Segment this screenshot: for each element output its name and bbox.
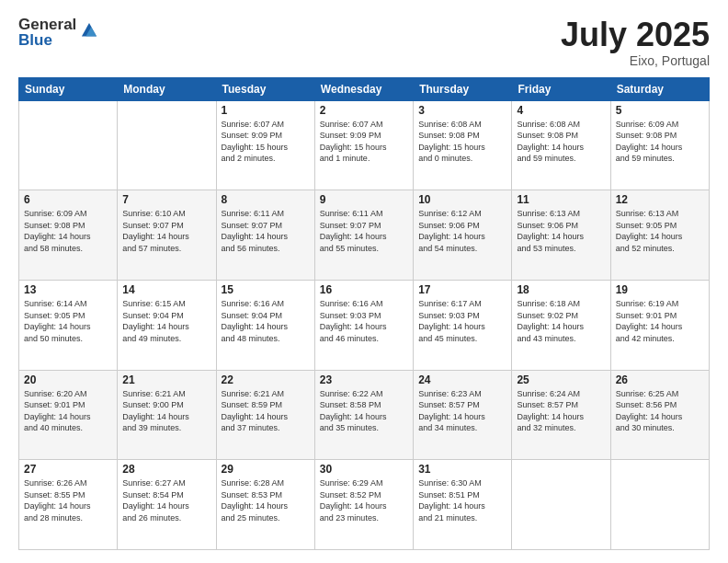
table-row: 28Sunrise: 6:27 AM Sunset: 8:54 PM Dayli… (118, 460, 216, 550)
calendar-header-row: Sunday Monday Tuesday Wednesday Thursday… (19, 77, 710, 100)
table-row: 6Sunrise: 6:09 AM Sunset: 9:08 PM Daylig… (19, 190, 118, 281)
table-row: 29Sunrise: 6:28 AM Sunset: 8:53 PM Dayli… (216, 460, 314, 550)
table-row: 7Sunrise: 6:10 AM Sunset: 9:07 PM Daylig… (118, 190, 216, 281)
calendar-week-3: 13Sunrise: 6:14 AM Sunset: 9:05 PM Dayli… (19, 280, 710, 370)
day-number: 2 (320, 104, 408, 117)
col-wednesday: Wednesday (314, 77, 413, 100)
day-number: 6 (24, 193, 112, 206)
table-row: 15Sunrise: 6:16 AM Sunset: 9:04 PM Dayli… (216, 280, 314, 370)
calendar-week-5: 27Sunrise: 6:26 AM Sunset: 8:55 PM Dayli… (19, 460, 710, 550)
day-info: Sunrise: 6:30 AM Sunset: 8:51 PM Dayligh… (418, 477, 506, 523)
day-number: 4 (517, 104, 605, 117)
table-row: 22Sunrise: 6:21 AM Sunset: 8:59 PM Dayli… (216, 370, 314, 460)
logo: General Blue (18, 17, 99, 48)
title-section: July 2025 Eixo, Portugal (561, 17, 710, 68)
table-row: 13Sunrise: 6:14 AM Sunset: 9:05 PM Dayli… (19, 280, 118, 370)
table-row: 19Sunrise: 6:19 AM Sunset: 9:01 PM Dayli… (610, 280, 709, 370)
table-row: 9Sunrise: 6:11 AM Sunset: 9:07 PM Daylig… (314, 190, 413, 281)
table-row: 5Sunrise: 6:09 AM Sunset: 9:08 PM Daylig… (610, 100, 709, 190)
day-info: Sunrise: 6:13 AM Sunset: 9:05 PM Dayligh… (616, 208, 704, 254)
day-number: 27 (24, 463, 112, 476)
calendar: Sunday Monday Tuesday Wednesday Thursday… (18, 77, 710, 550)
day-number: 26 (616, 373, 704, 386)
day-number: 23 (320, 373, 408, 386)
day-info: Sunrise: 6:24 AM Sunset: 8:57 PM Dayligh… (517, 388, 605, 434)
table-row: 2Sunrise: 6:07 AM Sunset: 9:09 PM Daylig… (314, 100, 413, 190)
logo-blue: Blue (18, 32, 76, 48)
logo-text: General Blue (18, 17, 76, 48)
calendar-week-4: 20Sunrise: 6:20 AM Sunset: 9:01 PM Dayli… (19, 370, 710, 460)
day-number: 1 (222, 104, 310, 117)
day-info: Sunrise: 6:23 AM Sunset: 8:57 PM Dayligh… (418, 388, 506, 434)
day-info: Sunrise: 6:12 AM Sunset: 9:06 PM Dayligh… (418, 208, 506, 254)
table-row (610, 460, 709, 550)
table-row: 8Sunrise: 6:11 AM Sunset: 9:07 PM Daylig… (216, 190, 314, 281)
day-number: 22 (222, 373, 310, 386)
table-row: 21Sunrise: 6:21 AM Sunset: 9:00 PM Dayli… (118, 370, 216, 460)
day-info: Sunrise: 6:25 AM Sunset: 8:56 PM Dayligh… (616, 388, 704, 434)
table-row: 27Sunrise: 6:26 AM Sunset: 8:55 PM Dayli… (19, 460, 118, 550)
day-info: Sunrise: 6:20 AM Sunset: 9:01 PM Dayligh… (24, 388, 112, 434)
table-row: 23Sunrise: 6:22 AM Sunset: 8:58 PM Dayli… (314, 370, 413, 460)
day-info: Sunrise: 6:18 AM Sunset: 9:02 PM Dayligh… (517, 298, 605, 344)
day-number: 20 (24, 373, 112, 386)
table-row: 25Sunrise: 6:24 AM Sunset: 8:57 PM Dayli… (512, 370, 610, 460)
day-number: 9 (320, 193, 408, 206)
day-number: 10 (418, 193, 506, 206)
table-row: 1Sunrise: 6:07 AM Sunset: 9:09 PM Daylig… (216, 100, 314, 190)
col-thursday: Thursday (414, 77, 512, 100)
day-info: Sunrise: 6:29 AM Sunset: 8:52 PM Dayligh… (320, 477, 408, 523)
day-info: Sunrise: 6:21 AM Sunset: 9:00 PM Dayligh… (122, 388, 210, 434)
day-number: 3 (418, 104, 506, 117)
table-row: 17Sunrise: 6:17 AM Sunset: 9:03 PM Dayli… (414, 280, 512, 370)
day-number: 29 (222, 463, 310, 476)
day-number: 31 (418, 463, 506, 476)
day-number: 13 (24, 283, 112, 296)
day-number: 30 (320, 463, 408, 476)
day-number: 28 (122, 463, 210, 476)
table-row: 16Sunrise: 6:16 AM Sunset: 9:03 PM Dayli… (314, 280, 413, 370)
table-row: 10Sunrise: 6:12 AM Sunset: 9:06 PM Dayli… (414, 190, 512, 281)
day-number: 12 (616, 193, 704, 206)
header: General Blue July 2025 Eixo, Portugal (18, 17, 710, 68)
day-info: Sunrise: 6:08 AM Sunset: 9:08 PM Dayligh… (517, 119, 605, 165)
day-number: 14 (122, 283, 210, 296)
table-row (512, 460, 610, 550)
day-info: Sunrise: 6:16 AM Sunset: 9:04 PM Dayligh… (222, 298, 310, 344)
day-info: Sunrise: 6:19 AM Sunset: 9:01 PM Dayligh… (616, 298, 704, 344)
table-row: 4Sunrise: 6:08 AM Sunset: 9:08 PM Daylig… (512, 100, 610, 190)
day-info: Sunrise: 6:27 AM Sunset: 8:54 PM Dayligh… (122, 477, 210, 523)
day-info: Sunrise: 6:10 AM Sunset: 9:07 PM Dayligh… (122, 208, 210, 254)
calendar-week-1: 1Sunrise: 6:07 AM Sunset: 9:09 PM Daylig… (19, 100, 710, 190)
day-info: Sunrise: 6:14 AM Sunset: 9:05 PM Dayligh… (24, 298, 112, 344)
table-row (19, 100, 118, 190)
day-number: 15 (222, 283, 310, 296)
col-monday: Monday (118, 77, 216, 100)
day-info: Sunrise: 6:17 AM Sunset: 9:03 PM Dayligh… (418, 298, 506, 344)
day-number: 25 (517, 373, 605, 386)
day-info: Sunrise: 6:28 AM Sunset: 8:53 PM Dayligh… (222, 477, 310, 523)
day-info: Sunrise: 6:16 AM Sunset: 9:03 PM Dayligh… (320, 298, 408, 344)
day-number: 17 (418, 283, 506, 296)
day-info: Sunrise: 6:07 AM Sunset: 9:09 PM Dayligh… (320, 119, 408, 165)
table-row: 30Sunrise: 6:29 AM Sunset: 8:52 PM Dayli… (314, 460, 413, 550)
table-row: 26Sunrise: 6:25 AM Sunset: 8:56 PM Dayli… (610, 370, 709, 460)
table-row: 31Sunrise: 6:30 AM Sunset: 8:51 PM Dayli… (414, 460, 512, 550)
logo-general: General (18, 17, 76, 32)
day-number: 8 (222, 193, 310, 206)
day-number: 19 (616, 283, 704, 296)
col-tuesday: Tuesday (216, 77, 314, 100)
day-number: 24 (418, 373, 506, 386)
day-info: Sunrise: 6:21 AM Sunset: 8:59 PM Dayligh… (222, 388, 310, 434)
day-number: 7 (122, 193, 210, 206)
table-row: 18Sunrise: 6:18 AM Sunset: 9:02 PM Dayli… (512, 280, 610, 370)
page: General Blue July 2025 Eixo, Portugal Su… (0, 0, 728, 563)
day-info: Sunrise: 6:22 AM Sunset: 8:58 PM Dayligh… (320, 388, 408, 434)
table-row: 11Sunrise: 6:13 AM Sunset: 9:06 PM Dayli… (512, 190, 610, 281)
location: Eixo, Portugal (561, 53, 710, 68)
day-number: 16 (320, 283, 408, 296)
day-number: 21 (122, 373, 210, 386)
day-info: Sunrise: 6:11 AM Sunset: 9:07 PM Dayligh… (222, 208, 310, 254)
calendar-week-2: 6Sunrise: 6:09 AM Sunset: 9:08 PM Daylig… (19, 190, 710, 281)
day-info: Sunrise: 6:13 AM Sunset: 9:06 PM Dayligh… (517, 208, 605, 254)
